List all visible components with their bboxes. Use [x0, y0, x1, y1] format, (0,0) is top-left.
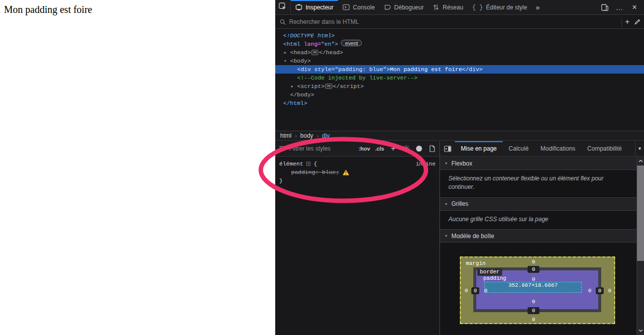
tab-mise-en-page[interactable]: Mise en page [455, 141, 503, 156]
close-devtools-button[interactable]: ✕ [628, 1, 641, 13]
layout-panel-body: ▼ Flexbox Sélectionnez un conteneur flex… [440, 157, 637, 335]
markup-row-comment[interactable]: <!--Code injected by live-server--> [275, 74, 644, 82]
invalid-declaration[interactable]: padding: blue; [291, 168, 339, 176]
layout-pane: Mise en page Calculé Modifications Compa… [440, 141, 644, 335]
toolbar-right-buttons: … ✕ [598, 0, 644, 14]
expand-arrow-icon[interactable]: ▶ [284, 49, 286, 57]
breadcrumb-item-html[interactable]: html [280, 132, 292, 139]
tab-label: Calculé [509, 145, 529, 152]
add-node-button[interactable]: + [625, 18, 630, 26]
dark-mode-simulation-button[interactable] [414, 143, 425, 154]
breadcrumb: html › body › div [275, 131, 644, 141]
debugger-icon [384, 3, 391, 11]
tab-console[interactable]: Console [338, 0, 379, 14]
box-model-margin-region[interactable]: margin 0 0 0 0 0 0 0 0 0 [460, 256, 615, 324]
markup-row-html-open[interactable]: <html lang="en">event [275, 40, 644, 48]
breadcrumb-item-div[interactable]: div [322, 132, 329, 139]
markup-row-doctype[interactable]: <!DOCTYPE html> [275, 31, 644, 40]
tab-label: Console [353, 4, 375, 11]
tab-reseau[interactable]: Réseau [428, 0, 467, 14]
markup-row-body-close[interactable]: </body> [275, 90, 644, 99]
expand-arrow-icon[interactable]: ▶ [291, 83, 293, 91]
sidebar-toggle-icon[interactable] [440, 141, 455, 156]
selector-highlighter-icon[interactable] [306, 162, 311, 166]
head-open-tag: <head> [290, 49, 311, 56]
padding-bottom-value[interactable]: 0 [528, 298, 539, 305]
box-model-border-region[interactable]: border padding 352.667×18.6667 [473, 267, 601, 312]
markup-row-script[interactable]: ▶<script>⋯</script> [275, 82, 644, 90]
rule-source-link[interactable]: inline [416, 161, 435, 167]
markup-view: <!DOCTYPE html> <html lang="en">event ▶<… [275, 29, 644, 131]
event-badge[interactable]: event [341, 40, 362, 46]
tab-compatibilite[interactable]: Compatibilité [581, 141, 628, 156]
tab-label: Modifications [540, 145, 575, 152]
padding-left-value[interactable]: 0 [481, 287, 490, 294]
breadcrumb-item-body[interactable]: body [300, 132, 313, 139]
pick-element-icon [279, 2, 287, 12]
tab-debogueur[interactable]: Débogueur [379, 0, 428, 14]
rule-selector[interactable]: élément [279, 160, 303, 168]
tabs-dropdown-button[interactable]: ▼ [635, 141, 644, 156]
add-rule-button[interactable]: + [388, 143, 399, 154]
tab-editeur-de-style[interactable]: { } Éditeur de style [468, 0, 532, 14]
markup-row-head[interactable]: ▶<head>⋯</head> [275, 48, 644, 57]
markup-row-body-open[interactable]: ▼<body> [275, 57, 644, 65]
margin-bottom-value[interactable]: 0 [528, 316, 539, 323]
border-bottom-value[interactable]: 0 [528, 307, 539, 314]
html-tag: <html [283, 41, 304, 47]
tab-inspecteur[interactable]: Inspecteur [291, 0, 338, 14]
section-header-grilles[interactable]: ▼ Grilles [440, 198, 637, 211]
filter-styles-input[interactable] [289, 145, 355, 152]
margin-right-value[interactable]: 0 [605, 287, 614, 294]
rules-pane: :hov .cls + [275, 141, 440, 335]
devtools-bottom-split: :hov .cls + [275, 141, 644, 335]
tab-calcule[interactable]: Calculé [503, 141, 535, 156]
padding-right-value[interactable]: 0 [585, 287, 594, 294]
responsive-design-mode-button[interactable] [598, 1, 611, 13]
search-icon [275, 19, 289, 25]
search-actions: + [622, 17, 644, 27]
scroll-down-icon[interactable] [637, 327, 644, 334]
markup-row-html-close[interactable]: </html> [275, 99, 644, 107]
collapse-arrow-icon: ▼ [444, 162, 448, 165]
class-panel-button[interactable]: .cls [374, 145, 386, 153]
scroll-up-icon[interactable] [637, 157, 644, 165]
padding-label: padding [483, 275, 506, 281]
print-simulation-button[interactable] [427, 143, 437, 154]
meatball-menu-button[interactable]: … [613, 1, 626, 13]
warning-icon [342, 169, 349, 175]
section-header-modele-de-boite[interactable]: ▼ Modèle de boîte [440, 230, 637, 243]
layout-scrollbar[interactable] [637, 157, 644, 335]
network-icon [432, 3, 439, 11]
light-mode-simulation-button[interactable] [401, 143, 412, 154]
devtools-panel: Inspecteur Console Débogueur [275, 0, 644, 335]
margin-top-value[interactable]: 0 [528, 258, 539, 265]
scrollbar-thumb[interactable] [637, 166, 644, 261]
border-right-value[interactable]: 0 [596, 287, 604, 294]
margin-left-value[interactable]: 0 [462, 287, 471, 294]
border-left-value[interactable]: 0 [471, 287, 479, 294]
pseudo-class-button[interactable]: :hov [357, 145, 371, 153]
rule-selector-line: élément { inline [279, 160, 435, 168]
border-top-value[interactable]: 0 [528, 266, 539, 273]
tab-overflow-chevron[interactable]: » [532, 0, 543, 14]
rule-declaration-line[interactable]: padding: blue; [279, 168, 435, 176]
style-editor-icon: { } [472, 4, 483, 11]
markup-row-div-selected[interactable]: <div style="padding: blue">Mon padding e… [275, 65, 644, 74]
section-title: Modèle de boîte [451, 233, 494, 240]
browser-viewport: Mon padding est foire [0, 0, 275, 335]
collapse-arrow-icon[interactable]: ▼ [284, 57, 286, 66]
tab-modifications[interactable]: Modifications [535, 141, 581, 156]
pick-element-button[interactable] [275, 0, 290, 14]
sidebar-tabs: Mise en page Calculé Modifications Compa… [440, 141, 644, 157]
padding-top-value[interactable]: 0 [528, 276, 539, 283]
section-title: Flexbox [451, 160, 472, 167]
ellipsis-badge[interactable]: ⋯ [311, 50, 319, 55]
section-header-flexbox[interactable]: ▼ Flexbox [440, 157, 637, 170]
eyedropper-button[interactable] [635, 19, 641, 25]
box-model-content-region[interactable]: 352.667×18.6667 [484, 282, 582, 293]
search-input[interactable] [289, 18, 622, 25]
ellipsis-badge[interactable]: ⋯ [325, 84, 332, 89]
rule-close-line: } [279, 176, 435, 185]
comment-text: <!--Code injected by live-server--> [297, 75, 418, 81]
